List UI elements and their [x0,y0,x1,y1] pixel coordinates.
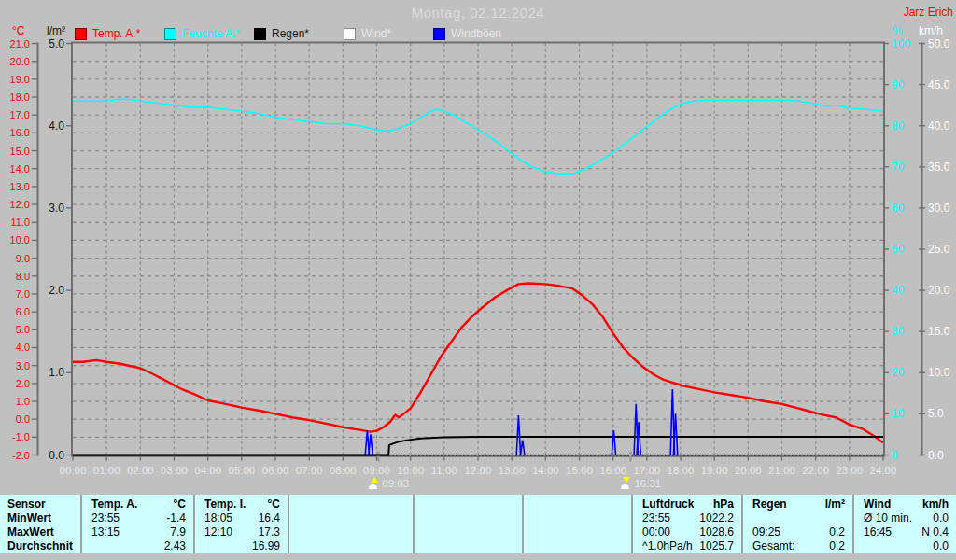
temp-tick-label: 2.0 [16,378,30,389]
x-tick-label: 21:00 [768,465,795,476]
wind-tick-label: 25.0 [928,243,950,256]
sunset-marker: 16:31 [619,477,661,490]
chart-plot: 21.020.019.018.017.016.015.014.013.012.0… [0,0,956,495]
x-tick-label: 09:00 [363,465,390,476]
stats-column-regen: Regenl/m²09:250.2Gesamt:0.2 [741,495,852,553]
sunset-icon [619,477,632,490]
stats-sensor-unit: km/h [922,497,949,511]
stats-column-empty-3 [413,495,522,553]
temp-tick-label: 11.0 [10,217,30,228]
stats-value-time: ^1.0hPa/h [642,539,693,553]
temp-tick-label: 0.0 [16,413,30,425]
stats-value: 16.4 [259,511,280,525]
stats-row-label: Sensor [7,497,46,511]
temp-tick-label: 4.0 [16,342,30,353]
stats-value: 1025.7 [699,539,734,553]
x-tick-label: 06:00 [262,465,289,476]
temp-tick-label: 5.0 [16,324,30,335]
stats-value-time: 13:15 [91,525,120,539]
rain-tick-label: 4.0 [49,119,64,133]
wind-tick-label: 30.0 [928,202,950,215]
stats-value: 1028.6 [699,525,734,539]
temp-tick-label: -1.0 [12,431,30,442]
stats-sensor-name: Temp. I. [204,497,246,511]
x-tick-label: 17:00 [633,465,660,476]
temp-tick-label: 19.0 [10,74,30,85]
stats-row-label: Durchschnitt [7,539,73,553]
humidity-tick-label: 20 [892,366,905,379]
temp-tick-label: 12.0 [10,199,30,210]
humidity-tick-label: 90 [892,78,905,91]
x-tick-label: 12:00 [465,465,492,476]
temp-tick-label: 6.0 [16,306,30,317]
stats-sensor-unit: l/m² [825,497,845,511]
series-windboeen-spike [612,430,615,455]
stats-value-time: Gesamt: [752,539,794,553]
sunrise-marker: 09:03 [367,477,409,490]
temp-tick-label: 21.0 [10,38,30,49]
x-tick-label: 14:00 [532,465,559,476]
stats-value-time: 18:05 [204,511,232,525]
x-tick-label: 15:00 [566,465,593,476]
rain-tick-label: 1.0 [49,366,64,379]
stats-column-tempi: Temp. I.°C18:0516.412:1017.316.99 [193,495,288,553]
x-tick-label: 16:00 [599,465,626,476]
stats-value: 1022.2 [699,511,734,525]
stats-sensor-unit: °C [268,497,280,511]
stats-row-label: MaxWert [7,525,54,539]
x-tick-label: 23:00 [836,465,863,476]
chart-region: Montag, 02.12.2024 Jarz Erich °C l/m² % … [0,0,956,495]
rain-tick-label: 2.0 [49,284,64,297]
stats-sensor-name: Temp. A. [91,497,137,511]
series-windboeen-spike [521,441,525,455]
series-windboeen-spike [516,415,520,455]
stats-value: -1.4 [166,511,186,525]
x-tick-label: 04:00 [194,465,221,476]
stats-value-time: 00:00 [642,525,670,539]
stats-value: 0.2 [829,539,845,553]
weather-app-window: { "header": { "station": "Jarz Erich" },… [0,0,956,560]
x-tick-label: 07:00 [296,465,323,476]
stats-column-tempa: Temp. A.°C23:55-1.413:157.92.43 [80,495,193,553]
temp-tick-label: 20.0 [10,56,30,67]
stats-column-luftdruck: LuftdruckhPa23:551022.200:001028.6^1.0hP… [631,495,741,553]
x-tick-label: 02:00 [127,465,154,476]
stats-value-time: 12:10 [204,525,232,539]
stats-sensor-unit: °C [174,497,186,511]
x-tick-label: 13:00 [499,465,526,476]
temp-tick-label: 10.0 [10,234,30,245]
stats-row-labels-column: SensorMinWertMaxWertDurchschnitt [0,495,80,553]
wind-tick-label: 20.0 [928,284,950,297]
wind-tick-label: 45.0 [928,78,950,91]
humidity-tick-label: 70 [892,161,905,174]
humidity-tick-label: 0 [892,449,898,462]
temp-tick-label: 14.0 [10,163,30,175]
sunrise-icon [367,477,380,490]
wind-tick-label: 40.0 [928,119,950,133]
stats-sensor-name: Wind [864,497,891,511]
x-tick-label: 10:00 [397,465,424,476]
x-tick-label: 20:00 [735,465,762,476]
temp-tick-label: 9.0 [16,253,30,264]
page-footer [0,553,956,560]
wind-tick-label: 15.0 [928,325,950,338]
stats-value: 0.2 [829,525,845,539]
wind-tick-label: 10.0 [928,366,950,379]
stats-value: 0.0 [933,539,949,553]
stats-value-time: 16:45 [864,525,892,539]
stats-sensor-unit: hPa [713,497,734,511]
wind-tick-label: 35.0 [928,161,950,174]
x-tick-label: 01:00 [93,465,120,476]
temp-tick-label: 15.0 [10,146,30,157]
stats-value-time: 23:55 [642,511,670,525]
temp-tick-label: 7.0 [16,288,30,300]
rain-tick-label: 0.0 [49,449,64,462]
temp-tick-label: 16.0 [10,127,30,138]
rain-tick-label: 5.0 [49,37,64,50]
stats-sensor-name: Regen [752,497,787,511]
temp-tick-label: 17.0 [10,109,30,120]
x-tick-label: 05:00 [228,465,255,476]
x-tick-label: 03:00 [161,465,188,476]
stats-table: SensorMinWertMaxWertDurchschnittTemp. A.… [0,495,956,553]
stats-value: 2.43 [164,539,186,553]
